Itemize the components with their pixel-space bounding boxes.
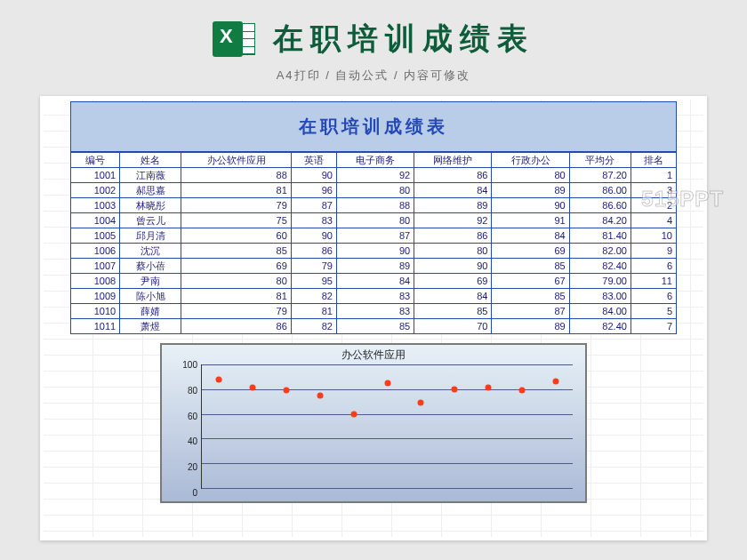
cell: 85	[492, 289, 569, 304]
cell: 85	[414, 304, 492, 319]
cell: 9	[631, 244, 676, 259]
table-row: 1011萧煜868285708982.407	[71, 319, 677, 334]
cell: 87	[492, 304, 569, 319]
cell: 87	[291, 198, 336, 213]
cell: 80	[336, 213, 414, 228]
cell: 1011	[71, 319, 120, 334]
cell: 87	[336, 228, 414, 244]
data-point	[215, 376, 221, 382]
page-subtitle: A4打印 / 自动公式 / 内容可修改	[0, 68, 747, 84]
cell: 96	[291, 183, 336, 198]
cell: 92	[414, 213, 492, 228]
cell: 尹南	[120, 274, 181, 289]
column-header: 编号	[71, 153, 120, 168]
y-tick: 20	[171, 462, 197, 472]
cell: 1009	[71, 289, 120, 304]
cell: 86	[414, 168, 492, 183]
cell: 2	[631, 198, 676, 213]
data-point	[283, 388, 289, 394]
cell: 88	[336, 198, 414, 213]
cell: 84.00	[569, 304, 631, 319]
cell: 82.00	[569, 244, 631, 259]
cell: 蔡小蓓	[120, 259, 181, 274]
y-tick: 80	[171, 385, 197, 395]
cell: 6	[631, 289, 676, 304]
column-header: 电子商务	[336, 153, 414, 168]
cell: 80	[181, 274, 292, 289]
cell: 75	[181, 213, 292, 228]
cell: 86.60	[569, 198, 631, 213]
cell: 88	[181, 168, 292, 183]
table-row: 1010薛婧798183858784.005	[71, 304, 677, 319]
cell: 69	[181, 259, 292, 274]
cell: 84.20	[569, 213, 631, 228]
table-row: 1004曾云儿758380929184.204	[71, 213, 677, 228]
cell: 85	[492, 259, 569, 274]
cell: 江南薇	[120, 168, 181, 183]
cell: 90	[414, 259, 492, 274]
table-title: 在职培训成绩表	[70, 101, 677, 152]
cell: 萧煜	[120, 319, 181, 334]
cell: 林晓彤	[120, 198, 181, 213]
cell: 85	[181, 244, 292, 259]
cell: 67	[492, 274, 569, 289]
column-header: 办公软件应用	[181, 153, 292, 168]
cell: 84	[414, 183, 492, 198]
cell: 86	[181, 319, 292, 334]
cell: 69	[492, 244, 569, 259]
table-row: 1002郝思嘉819680848986.003	[71, 183, 677, 198]
cell: 81	[181, 289, 292, 304]
cell: 80	[492, 168, 569, 183]
cell: 82.40	[569, 319, 631, 334]
cell: 1007	[71, 259, 120, 274]
cell: 79	[291, 259, 336, 274]
cell: 1004	[71, 213, 120, 228]
cell: 80	[336, 183, 414, 198]
cell: 7	[631, 319, 676, 334]
cell: 83	[336, 304, 414, 319]
column-header: 排名	[631, 153, 676, 168]
cell: 薛婧	[120, 304, 181, 319]
cell: 90	[291, 168, 336, 183]
cell: 84	[336, 274, 414, 289]
table-row: 1006沈沉858690806982.009	[71, 244, 677, 259]
table-row: 1008尹南809584696779.0011	[71, 274, 677, 289]
cell: 84	[492, 228, 569, 244]
cell: 1001	[71, 168, 120, 183]
cell: 79.00	[569, 274, 631, 289]
cell: 1	[631, 168, 676, 183]
data-point	[486, 385, 492, 391]
cell: 89	[492, 319, 569, 334]
column-header: 平均分	[569, 153, 631, 168]
cell: 曾云儿	[120, 213, 181, 228]
table-row: 1003林晓彤798788899086.602	[71, 198, 677, 213]
cell: 1005	[71, 228, 120, 244]
cell: 11	[631, 274, 676, 289]
cell: 90	[336, 244, 414, 259]
cell: 79	[181, 198, 292, 213]
cell: 85	[336, 319, 414, 334]
cell: 1008	[71, 274, 120, 289]
y-tick: 40	[171, 436, 197, 446]
y-tick: 100	[171, 360, 197, 370]
cell: 70	[414, 319, 492, 334]
cell: 陈小旭	[120, 289, 181, 304]
cell: 81.40	[569, 228, 631, 244]
cell: 82.40	[569, 259, 631, 274]
page-header: 在职培训成绩表	[0, 0, 747, 66]
cell: 86	[291, 244, 336, 259]
page-title: 在职培训成绩表	[273, 19, 534, 60]
data-point	[350, 411, 357, 417]
cell: 82	[291, 289, 336, 304]
data-point	[519, 388, 526, 394]
cell: 80	[414, 244, 492, 259]
cell: 10	[631, 228, 676, 244]
cell: 4	[631, 213, 676, 228]
cell: 83.00	[569, 289, 631, 304]
cell: 3	[631, 183, 676, 198]
cell: 邱月清	[120, 228, 181, 244]
cell: 90	[492, 198, 569, 213]
cell: 83	[291, 213, 336, 228]
data-point	[452, 386, 458, 392]
cell: 81	[291, 304, 336, 319]
